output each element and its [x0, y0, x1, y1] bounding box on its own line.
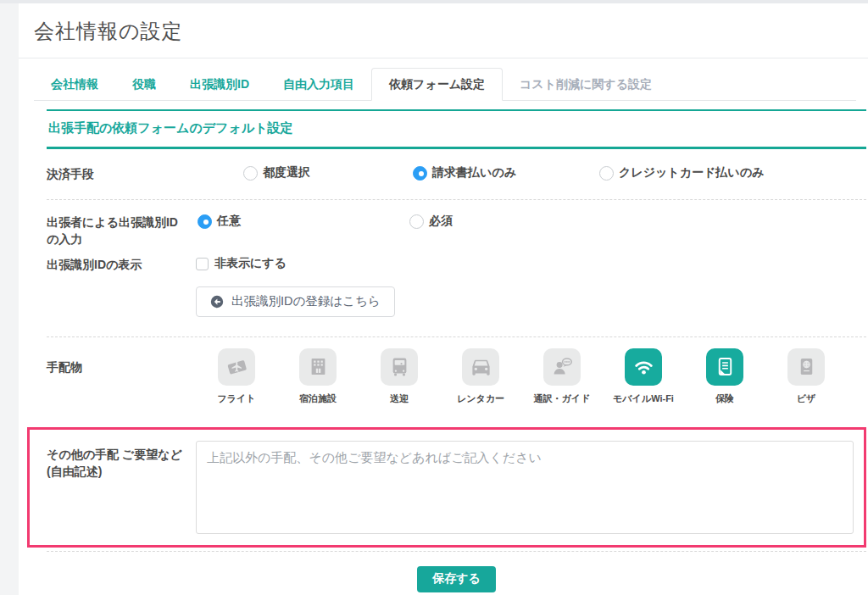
radio-option-label: 都度選択: [263, 165, 310, 181]
rental-car-icon: [462, 348, 499, 386]
insurance-document-icon: [706, 348, 743, 386]
trip-id-register-button[interactable]: 出張識別IDの登録はこちら: [196, 286, 395, 317]
arrangement-label: 送迎: [359, 393, 440, 403]
tab-bar: 会社情報 役職 出張識別ID 自由入力項目 依頼フォーム設定 コスト削減に関する…: [34, 69, 856, 101]
visa-passport-icon: [787, 348, 825, 386]
hide-checkbox-option[interactable]: 非表示にする: [196, 256, 287, 271]
arrangement-mobile-wifi[interactable]: モバイルWi-Fi: [603, 348, 684, 403]
tab-cost-reduction-settings[interactable]: コスト削減に関する設定: [503, 69, 669, 100]
payment-method-label: 決済手段: [47, 165, 196, 182]
arrangement-flight[interactable]: フライト: [196, 348, 277, 403]
radio-option-per-request[interactable]: 都度選択: [243, 165, 310, 181]
other-request-highlight-box: その他の手配 ご要望など (自由記述): [27, 427, 866, 548]
left-gutter: [0, 3, 19, 595]
label-line-1: 出張者による出張識別ID: [47, 214, 196, 231]
register-button-label: 出張識別IDの登録はこちら: [231, 293, 381, 309]
page-title: 会社情報の設定: [34, 17, 868, 46]
radio-checked-icon: [198, 214, 212, 229]
circle-arrow-left-icon: [210, 295, 224, 309]
arrangement-visa[interactable]: ビザ: [765, 348, 847, 403]
arrangement-rental-car[interactable]: レンタカー: [440, 348, 521, 403]
arrangement-insurance[interactable]: 保険: [684, 348, 765, 403]
section-title: 出張手配の依頼フォームのデフォルト設定: [47, 111, 866, 149]
flight-ticket-icon: [218, 348, 255, 386]
company-settings-page: 会社情報の設定 会社情報 役職 出張識別ID 自由入力項目 依頼フォーム設定 コ…: [0, 0, 868, 595]
radio-checked-icon: [413, 166, 427, 181]
main-content: 会社情報の設定 会社情報 役職 出張識別ID 自由入力項目 依頼フォーム設定 コ…: [19, 3, 868, 595]
tab-roles[interactable]: 役職: [115, 69, 173, 100]
arrangement-label: レンタカー: [440, 393, 521, 403]
label-line-1: その他の手配 ご要望など: [47, 446, 196, 463]
tab-free-input-fields[interactable]: 自由入力項目: [266, 69, 371, 100]
trip-id-display-row: 出張識別IDの表示 非表示にする: [47, 256, 866, 337]
radio-option-credit-card-only[interactable]: クレジットカード払いのみ: [599, 165, 764, 181]
radio-option-invoice-only[interactable]: 請求書払いのみ: [413, 165, 516, 181]
arrangement-label: 保険: [684, 393, 765, 403]
radio-unchecked-icon: [409, 214, 424, 229]
radio-option-optional[interactable]: 任意: [198, 214, 241, 229]
arrangement-label: フライト: [196, 393, 277, 403]
radio-unchecked-icon: [599, 166, 614, 181]
arrangement-items: フライト: [196, 348, 866, 403]
radio-option-required[interactable]: 必須: [409, 214, 453, 229]
arrangements-row: 手配物: [47, 337, 866, 403]
save-button[interactable]: 保存する: [417, 566, 496, 592]
page-header: 会社情報の設定: [19, 3, 868, 58]
arrangement-label: モバイルWi-Fi: [603, 393, 684, 403]
arrangements-label: 手配物: [47, 348, 196, 403]
shuttle-bus-icon: [381, 348, 418, 386]
radio-option-label: 請求書払いのみ: [432, 165, 516, 181]
radio-option-label: 必須: [429, 214, 453, 229]
arrangement-label: ビザ: [765, 393, 847, 403]
other-request-textarea[interactable]: [196, 441, 854, 534]
save-row: 保存する: [47, 552, 866, 592]
checkbox-unchecked-icon: [196, 258, 209, 270]
tab-company-info[interactable]: 会社情報: [34, 69, 115, 100]
request-form-default-panel: 出張手配の依頼フォームのデフォルト設定 決済手段 都度選択 請求書払いのみ: [47, 109, 866, 592]
mobile-wifi-icon: [625, 348, 662, 386]
arrangement-label: 通訳・ガイド: [521, 393, 603, 403]
checkbox-label: 非表示にする: [214, 256, 287, 271]
interpreter-guide-icon: [543, 348, 581, 386]
payment-method-row: 決済手段 都度選択 請求書払いのみ クレジットカード払いのみ: [47, 149, 866, 200]
arrangement-hotel[interactable]: 宿泊施設: [277, 348, 359, 403]
traveler-trip-id-row: 出張者による出張識別ID の入力 任意 必須: [47, 200, 866, 256]
radio-option-label: 任意: [217, 214, 241, 229]
arrangement-label: 宿泊施設: [277, 393, 359, 403]
other-request-label: その他の手配 ご要望など (自由記述): [47, 441, 196, 534]
arrangement-interpreter-guide[interactable]: 通訳・ガイド: [521, 348, 603, 403]
trip-id-display-label: 出張識別IDの表示: [47, 256, 196, 317]
hotel-building-icon: [299, 348, 337, 386]
traveler-trip-id-label: 出張者による出張識別ID の入力: [47, 214, 196, 247]
label-line-2: の入力: [47, 231, 196, 247]
label-line-2: (自由記述): [47, 463, 196, 480]
tab-trip-id[interactable]: 出張識別ID: [173, 69, 266, 100]
arrangement-shuttle[interactable]: 送迎: [359, 348, 440, 403]
tab-request-form-settings[interactable]: 依頼フォーム設定: [371, 68, 503, 101]
radio-option-label: クレジットカード払いのみ: [619, 165, 764, 181]
radio-unchecked-icon: [243, 166, 258, 181]
